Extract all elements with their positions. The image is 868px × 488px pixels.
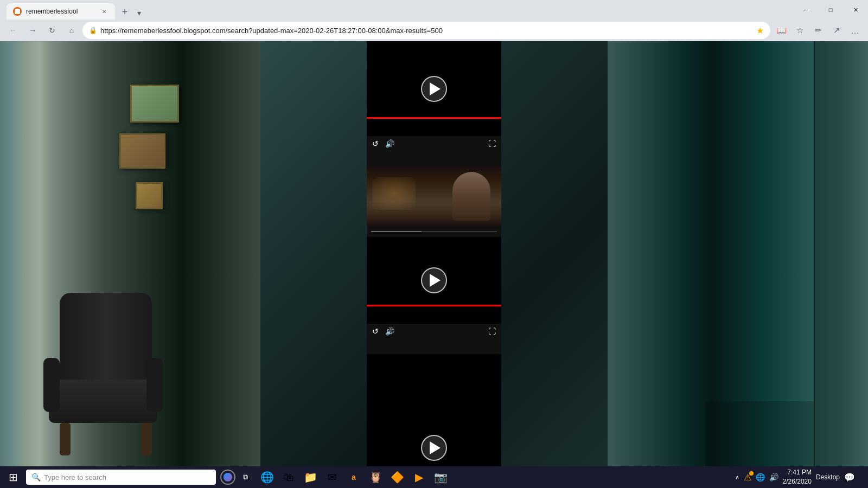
info-bar-1 [367, 151, 501, 166]
taskbar: ⊞ 🔍 Type here to search ⧉ 🌐 🛍 📁 ✉ a 🦉 [0, 466, 868, 488]
task-view-icon: ⧉ [243, 473, 248, 481]
progress-fill-1 [367, 117, 501, 119]
mini-progress-fill [371, 231, 422, 232]
notification-center-icon[interactable]: 💬 [844, 472, 855, 483]
maximize-button[interactable]: □ [818, 0, 843, 20]
taskbar-app-edge[interactable]: 🌐 [257, 467, 277, 487]
replay-button-3[interactable]: ↺ [371, 326, 380, 337]
separator-bar [367, 226, 501, 237]
taskbar-app-mail[interactable]: ✉ [322, 467, 342, 487]
video-player-3[interactable] [367, 237, 501, 324]
amazon-icon: a [352, 473, 356, 481]
taskbar-app-store[interactable]: 🛍 [279, 467, 298, 487]
tab-strip: rememberlessfool ✕ + ▾ [7, 0, 793, 20]
minimize-button[interactable]: ─ [793, 0, 818, 20]
video-player-4[interactable] [367, 354, 501, 466]
video-player-2[interactable] [367, 166, 501, 226]
volume-button-1[interactable]: 🔊 [384, 138, 395, 149]
taskbar-app-vlc[interactable]: ▶ [409, 467, 429, 487]
page-content: ↺ 🔊 ⛶ [0, 41, 868, 466]
volume-button-3[interactable]: 🔊 [384, 326, 395, 337]
back-button[interactable]: ← [4, 22, 22, 39]
tab-favicon [13, 7, 22, 16]
tab-dropdown-button[interactable]: ▾ [132, 7, 145, 20]
start-button[interactable]: ⊞ [0, 466, 26, 488]
taskbar-app-camera[interactable]: 📷 [431, 467, 450, 487]
video-player-1[interactable] [367, 41, 501, 136]
video-thumbnail-2 [367, 166, 501, 226]
progress-bar-1[interactable] [367, 117, 501, 119]
camera-icon: 📷 [434, 471, 448, 484]
system-tray: ∧ ⚠ 🌐 🔊 7:41 PM 2/26/2020 Desktop 💬 [735, 466, 868, 488]
replay-button-1[interactable]: ↺ [371, 138, 380, 149]
reading-view-icon[interactable]: 📖 [773, 22, 790, 39]
clock-date: 2/26/2020 [783, 477, 812, 486]
left-background [0, 41, 260, 466]
url-bar[interactable]: 🔒 https://rememeberlessfool.blogspot.com… [82, 22, 770, 39]
tab-close-button[interactable]: ✕ [100, 7, 108, 16]
home-button[interactable]: ⌂ [63, 22, 80, 39]
right-background [608, 41, 868, 466]
active-tab[interactable]: rememberlessfool ✕ [7, 3, 115, 20]
taskbar-app-explorer[interactable]: 📁 [301, 467, 320, 487]
person-figure [452, 172, 490, 221]
network-icon[interactable]: 🌐 [756, 473, 765, 481]
video-screen-3 [367, 237, 501, 324]
play-triangle-icon-3 [430, 274, 441, 287]
more-icon[interactable]: … [846, 22, 864, 39]
store-icon: 🛍 [283, 471, 294, 484]
tray-expand-icon[interactable]: ∧ [735, 474, 739, 481]
cortana-icon [224, 473, 232, 481]
file-explorer-icon: 📁 [304, 471, 317, 484]
favorites-icon[interactable]: ☆ [791, 22, 808, 39]
play-triangle-icon-4 [430, 441, 441, 454]
clock[interactable]: 7:41 PM 2/26/2020 [783, 468, 812, 486]
cortana-button[interactable] [220, 470, 235, 485]
close-button[interactable]: ✕ [843, 0, 868, 20]
play-triangle-icon-1 [430, 82, 441, 95]
progress-fill-3 [367, 305, 501, 306]
task-view-button[interactable]: ⧉ [238, 470, 253, 485]
tripadvisor-icon: 🦉 [369, 471, 382, 484]
painting-3 [136, 182, 163, 209]
mini-progress-bar [371, 231, 497, 232]
taskbar-app-orange-circle[interactable]: 🔶 [387, 467, 407, 487]
search-placeholder-text: Type here to search [44, 473, 106, 481]
title-bar: rememberlessfool ✕ + ▾ ─ □ ✕ [0, 0, 868, 20]
bookmark-star-icon[interactable]: ★ [756, 25, 764, 36]
notification-badge: ⚠ [744, 472, 751, 483]
url-text: https://rememeberlessfool.blogspot.com/s… [100, 27, 753, 35]
lock-icon: 🔒 [89, 27, 97, 34]
progress-bg-3 [367, 305, 501, 306]
fullscreen-button-3[interactable]: ⛶ [487, 326, 497, 337]
tab-title: rememberlessfool [26, 8, 95, 15]
progress-bar-3[interactable] [367, 305, 501, 306]
play-button-1[interactable] [421, 76, 447, 102]
background-scene: ↺ 🔊 ⛶ [0, 41, 868, 466]
pen-icon[interactable]: ✏ [809, 22, 827, 39]
edge-icon: 🌐 [260, 471, 274, 484]
window-controls: ─ □ ✕ [793, 0, 868, 20]
progress-bg-1 [367, 117, 501, 119]
play-button-3[interactable] [421, 267, 447, 293]
fullscreen-button-1[interactable]: ⛶ [487, 138, 497, 149]
refresh-button[interactable]: ↻ [43, 22, 61, 39]
sys-icons: ∧ [735, 474, 739, 481]
taskbar-app-tripadvisor[interactable]: 🦉 [366, 467, 385, 487]
share-icon[interactable]: ↗ [828, 22, 845, 39]
desktop-label[interactable]: Desktop [816, 473, 840, 481]
clock-time: 7:41 PM [783, 468, 812, 477]
search-box[interactable]: 🔍 Type here to search [26, 470, 216, 485]
play-button-4[interactable] [421, 435, 447, 461]
orange-circle-icon: 🔶 [391, 471, 404, 484]
taskbar-app-amazon[interactable]: a [344, 467, 363, 487]
show-desktop-button[interactable] [859, 466, 864, 488]
volume-icon[interactable]: 🔊 [769, 473, 778, 481]
toolbar-icons: 📖 ☆ ✏ ↗ … [773, 22, 864, 39]
forward-button[interactable]: → [24, 22, 41, 39]
new-tab-button[interactable]: + [117, 4, 132, 20]
mail-icon: ✉ [328, 471, 337, 484]
video-column: ↺ 🔊 ⛶ [367, 41, 501, 466]
chrome-frame: rememberlessfool ✕ + ▾ ─ □ ✕ ← → ↻ ⌂ 🔒 h… [0, 0, 868, 41]
address-bar: ← → ↻ ⌂ 🔒 https://rememeberlessfool.blog… [0, 20, 868, 41]
